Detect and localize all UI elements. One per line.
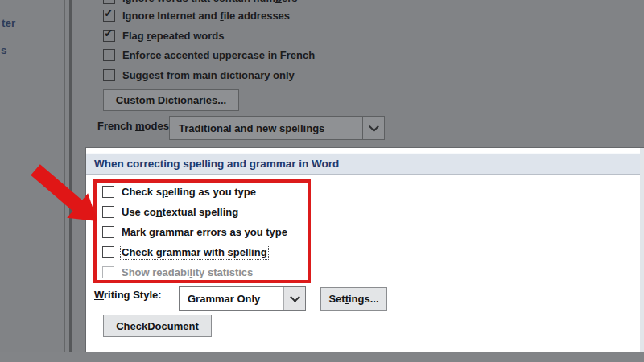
checkbox-box: ✓	[102, 246, 114, 258]
checkbox-label: Use contextual spelling	[122, 206, 238, 218]
checkbox-label: Mark grammar errors as you type	[122, 226, 287, 238]
checkbox-label: Enforce accented uppercase in French	[122, 49, 315, 61]
writing-style-dropdown[interactable]: Grammar Only	[179, 286, 306, 311]
checkbox-mark-grammar-errors[interactable]: ✓ Mark grammar errors as you type	[102, 226, 287, 238]
checkbox-box: ✓	[103, 49, 115, 61]
checkbox-label: Show readability statistics	[122, 266, 253, 278]
checkbox-flag-repeated-words[interactable]: ✓ Flag repeated words	[103, 30, 224, 42]
panel-right-strip	[640, 148, 644, 352]
custom-dictionaries-button[interactable]: Custom Dictionaries...	[103, 89, 239, 111]
chevron-down-icon	[290, 292, 300, 302]
checkbox-label: Suggest from main dictionary only	[122, 69, 295, 81]
french-modes-value: Traditional and new spellings	[170, 117, 362, 139]
dropdown-button[interactable]	[283, 287, 305, 310]
checkbox-show-readability-statistics: ✓ Show readability statistics	[102, 266, 253, 278]
sidebar-item-partial[interactable]: s	[1, 44, 7, 56]
french-modes-label: French modes:	[97, 120, 172, 132]
checkbox-ignore-words-with-numbers[interactable]: ✓ Ignore words that contain numbers	[103, 0, 297, 4]
writing-style-value: Grammar Only	[180, 287, 283, 310]
checkbox-label: Ignore words that contain numbers	[122, 0, 297, 4]
checkbox-enforce-accented-uppercase[interactable]: ✓ Enforce accented uppercase in French	[103, 49, 315, 61]
checkbox-box: ✓	[102, 266, 114, 278]
checkbox-box: ✓	[103, 0, 115, 4]
sidebar-item-partial[interactable]: ter	[2, 17, 15, 29]
checkbox-label: Check grammar with spelling	[122, 246, 267, 258]
dropdown-button[interactable]	[362, 117, 384, 139]
settings-button[interactable]: Settings...	[320, 287, 387, 311]
checkbox-box: ✓	[103, 10, 115, 22]
checkbox-box: ✓	[103, 30, 115, 42]
checkbox-label: Ignore Internet and file addresses	[122, 10, 290, 22]
checkmark-icon: ✓	[104, 7, 114, 19]
checkmark-icon: ✓	[104, 0, 114, 1]
word-options-proofing-screen: ter s ✓ Ignore words that contain number…	[0, 0, 644, 362]
checkbox-box: ✓	[103, 69, 115, 81]
check-document-button[interactable]: Check Document	[103, 315, 212, 337]
section-header-band: When correcting spelling and grammar in …	[86, 153, 644, 175]
checkbox-label: Flag repeated words	[122, 30, 224, 42]
checkmark-icon: ✓	[104, 27, 114, 39]
checkbox-check-grammar-with-spelling[interactable]: ✓ Check grammar with spelling	[102, 246, 267, 258]
checkbox-suggest-main-dictionary-only[interactable]: ✓ Suggest from main dictionary only	[103, 69, 295, 81]
section-header-title: When correcting spelling and grammar in …	[94, 158, 339, 170]
red-arrow-annotation	[30, 164, 106, 232]
chevron-down-icon	[369, 121, 379, 132]
checkbox-check-spelling-as-you-type[interactable]: ✓ Check spelling as you type	[102, 186, 256, 198]
checkbox-use-contextual-spelling[interactable]: ✓ Use contextual spelling	[102, 206, 238, 218]
checkbox-label: Check spelling as you type	[122, 186, 256, 198]
checkbox-ignore-internet-addresses[interactable]: ✓ Ignore Internet and file addresses	[103, 10, 290, 22]
writing-style-label: Writing Style:	[94, 289, 162, 301]
bottom-dimmed-strip	[0, 352, 644, 362]
french-modes-dropdown[interactable]: Traditional and new spellings	[169, 116, 385, 140]
